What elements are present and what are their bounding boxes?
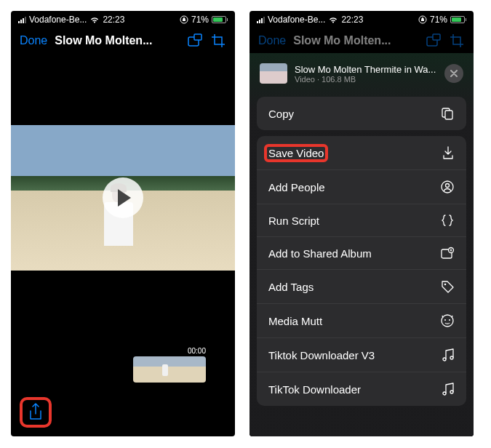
bottom-toolbar — [11, 388, 235, 436]
svg-point-17 — [450, 356, 453, 359]
battery-icon — [212, 16, 228, 23]
signal-icon — [257, 17, 265, 23]
wifi-icon — [89, 16, 100, 23]
svg-rect-5 — [433, 34, 440, 40]
phone-right-share-sheet: Vodafone-Be... 22:23 71% Done Slow Mo Mo… — [250, 11, 474, 436]
signal-icon — [18, 17, 26, 23]
media-mutt-action[interactable]: Media Mutt — [257, 304, 466, 338]
status-bar: Vodafone-Be... 22:23 71% — [250, 11, 474, 27]
share-icon[interactable] — [28, 403, 43, 422]
tiktok-action[interactable]: TikTok Downloader — [257, 372, 466, 406]
video-thumbnail — [260, 63, 287, 84]
music-icon — [442, 348, 455, 362]
wifi-icon — [328, 16, 338, 23]
carrier-label: Vodafone-Be... — [268, 15, 325, 25]
svg-rect-2 — [194, 34, 201, 40]
svg-point-9 — [446, 184, 450, 188]
add-shared-album-action[interactable]: Add to Shared Album — [257, 237, 466, 270]
save-video-highlight — [264, 144, 328, 162]
timeline: 00:00 — [11, 341, 235, 388]
video-preview-area — [11, 55, 235, 341]
tag-icon — [440, 279, 455, 294]
close-icon — [450, 70, 458, 77]
crop-icon[interactable] — [210, 33, 226, 49]
copy-action[interactable]: Copy — [257, 97, 466, 130]
run-script-action[interactable]: Run Script — [257, 204, 466, 237]
svg-point-13 — [442, 315, 453, 327]
video-title: Slow Mo Molten... — [55, 34, 180, 47]
crop-icon — [449, 33, 465, 49]
battery-icon — [450, 16, 466, 23]
timeline-scrubber[interactable] — [133, 356, 206, 383]
sheet-title: Slow Mo Molten Thermite in Wa... — [295, 64, 437, 75]
pip-icon[interactable] — [187, 33, 203, 49]
carrier-label: Vodafone-Be... — [29, 15, 87, 25]
add-tags-action[interactable]: Add Tags — [257, 270, 466, 304]
svg-point-16 — [443, 358, 446, 361]
sheet-subtitle: Video · 106.8 MB — [295, 75, 437, 84]
status-bar: Vodafone-Be... 22:23 71% — [11, 11, 235, 27]
play-button[interactable] — [103, 177, 143, 218]
album-icon — [440, 247, 455, 260]
braces-icon — [440, 214, 455, 227]
pip-icon — [426, 33, 442, 49]
add-people-action[interactable]: Add People — [257, 170, 466, 204]
phone-left-video-preview: Vodafone-Be... 22:23 71% Done Slow Mo Mo… — [11, 11, 235, 436]
svg-point-15 — [449, 319, 450, 321]
download-icon — [442, 145, 455, 160]
video-title: Slow Mo Molten... — [293, 34, 418, 47]
tiktok-v3-action[interactable]: Tiktok Downloader V3 — [257, 338, 466, 372]
share-sheet: Slow Mo Molten Thermite in Wa... Video ·… — [250, 53, 474, 436]
share-sheet-header: Slow Mo Molten Thermite in Wa... Video ·… — [257, 63, 466, 84]
time-label: 22:23 — [341, 15, 363, 25]
battery-percent: 71% — [430, 15, 447, 25]
timestamp-label: 00:00 — [188, 347, 206, 355]
svg-point-19 — [450, 391, 453, 393]
save-video-action[interactable]: Save Video — [257, 136, 466, 170]
done-button[interactable]: Done — [20, 34, 47, 47]
play-icon — [118, 189, 131, 207]
music-icon — [442, 382, 455, 396]
orientation-lock-icon — [180, 15, 188, 24]
done-button: Done — [258, 34, 286, 47]
people-icon — [440, 180, 455, 194]
share-button-highlight — [20, 397, 52, 428]
svg-point-18 — [443, 392, 446, 395]
svg-point-12 — [444, 284, 447, 286]
video-frame[interactable] — [11, 125, 235, 271]
dog-icon — [440, 313, 455, 328]
action-group-copy: Copy — [257, 97, 466, 130]
orientation-lock-icon — [418, 15, 427, 24]
action-group-main: Save Video Add People Run Script Add to … — [257, 136, 466, 406]
navigation-bar-dimmed: Done Slow Mo Molten... — [250, 27, 474, 55]
battery-percent: 71% — [191, 15, 209, 25]
time-label: 22:23 — [103, 15, 124, 25]
close-button[interactable] — [444, 64, 463, 83]
copy-icon — [440, 106, 455, 121]
navigation-bar: Done Slow Mo Molten... — [11, 27, 235, 55]
svg-point-14 — [444, 319, 446, 321]
svg-rect-7 — [445, 111, 452, 119]
